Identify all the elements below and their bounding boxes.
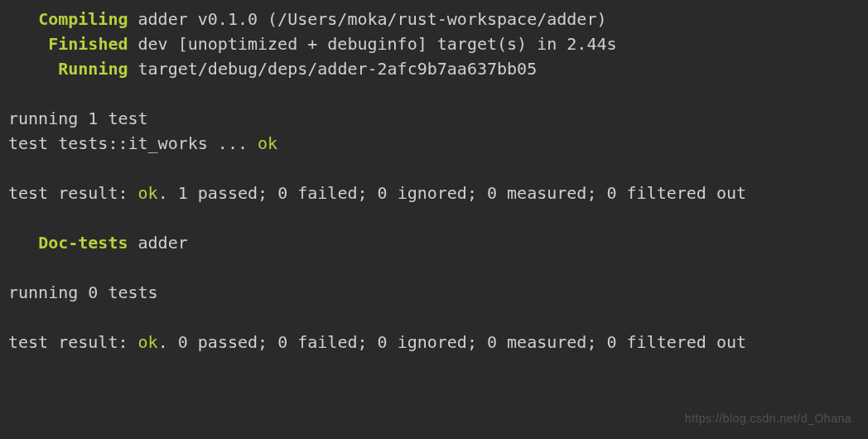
finished-label: Finished xyxy=(48,34,128,54)
doc-tests-label: Doc-tests xyxy=(38,233,128,253)
doc-test-result-line: test result: ok. 0 passed; 0 failed; 0 i… xyxy=(8,330,860,355)
doc-tests-line: Doc-tests adder xyxy=(8,230,860,255)
test-result-line: test result: ok. 1 passed; 0 failed; 0 i… xyxy=(8,181,860,205)
test-case-line: test tests::it_works ... ok xyxy=(8,131,860,156)
running-doc-tests-text: running 0 tests xyxy=(8,282,158,302)
test-result-prefix: test result: xyxy=(8,183,138,203)
doc-test-result-prefix: test result: xyxy=(8,332,138,352)
doc-test-result-ok: ok xyxy=(138,332,158,352)
running-tests-line: running 1 test xyxy=(8,106,860,131)
watermark-text: https://blog.csdn.net/d_Ohana xyxy=(685,410,851,427)
blank-line xyxy=(8,205,860,230)
test-result-suffix: . 1 passed; 0 failed; 0 ignored; 0 measu… xyxy=(158,183,746,203)
blank-line xyxy=(8,255,860,280)
doc-test-result-suffix: . 0 passed; 0 failed; 0 ignored; 0 measu… xyxy=(158,332,746,352)
compiling-label: Compiling xyxy=(38,9,128,29)
doc-tests-text: adder xyxy=(128,233,188,253)
running-tests-text: running 1 test xyxy=(8,109,148,128)
blank-line xyxy=(8,305,860,330)
test-result-ok: ok xyxy=(138,183,158,203)
test-case-ok: ok xyxy=(258,133,277,153)
running-line: Running target/debug/deps/adder-2afc9b7a… xyxy=(8,56,860,81)
compile-line: Compiling adder v0.1.0 (/Users/moka/rust… xyxy=(8,7,860,31)
terminal-output: Compiling adder v0.1.0 (/Users/moka/rust… xyxy=(8,7,860,355)
blank-line xyxy=(8,81,860,106)
finished-text: dev [unoptimized + debuginfo] target(s) … xyxy=(128,34,617,54)
compiling-text: adder v0.1.0 (/Users/moka/rust-workspace… xyxy=(128,9,607,29)
running-doc-tests-line: running 0 tests xyxy=(8,280,860,305)
test-case-prefix: test tests::it_works ... xyxy=(8,133,258,153)
blank-line xyxy=(8,156,860,181)
running-text: target/debug/deps/adder-2afc9b7aa637bb05 xyxy=(128,59,538,79)
finished-line: Finished dev [unoptimized + debuginfo] t… xyxy=(8,31,860,56)
running-label: Running xyxy=(58,59,128,79)
